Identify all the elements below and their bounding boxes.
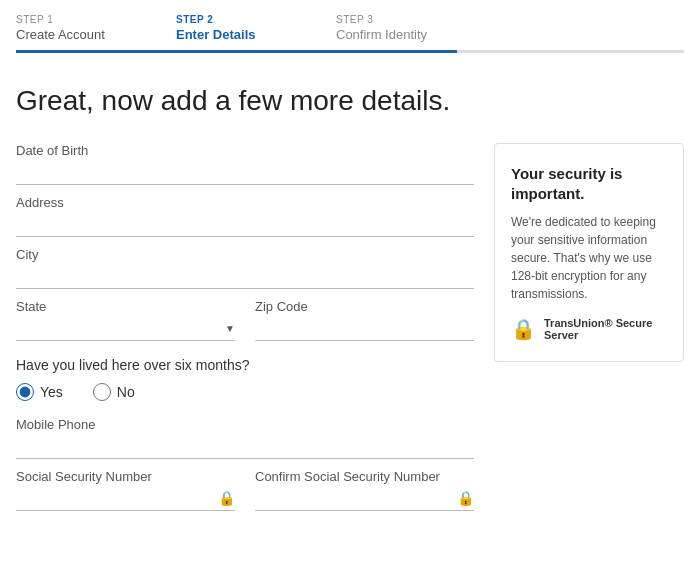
- mobile-label: Mobile Phone: [16, 417, 474, 432]
- security-lock-icon: 🔒: [511, 317, 536, 341]
- ssn-label: Social Security Number: [16, 469, 235, 484]
- radio-yes-input[interactable]: [16, 383, 34, 401]
- radio-no-input[interactable]: [93, 383, 111, 401]
- ssn-input[interactable]: [16, 490, 218, 506]
- radio-no-label: No: [117, 384, 135, 400]
- confirm-ssn-input[interactable]: [255, 490, 457, 506]
- radio-yes-label: Yes: [40, 384, 63, 400]
- security-description: We're dedicated to keeping your sensitiv…: [511, 213, 667, 303]
- progress-bar-fill: [16, 50, 457, 53]
- page-title: Great, now add a few more details.: [16, 83, 474, 119]
- security-brand: TransUnion® Secure Server: [544, 317, 667, 341]
- confirm-ssn-group: Confirm Social Security Number 🔒: [255, 469, 474, 511]
- step-2-title: Enter Details: [176, 27, 276, 42]
- mobile-group: Mobile Phone: [16, 417, 474, 459]
- step-3-title: Confirm Identity: [336, 27, 436, 42]
- zipcode-label: Zip Code: [255, 299, 474, 314]
- confirm-lock-icon: 🔒: [457, 490, 474, 506]
- zip-group: Zip Code: [255, 299, 474, 341]
- main-content: Great, now add a few more details. Date …: [0, 53, 700, 531]
- security-title: Your security is important.: [511, 164, 667, 203]
- city-input[interactable]: [16, 264, 474, 289]
- confirm-ssn-label: Confirm Social Security Number: [255, 469, 474, 484]
- city-group: City: [16, 247, 474, 289]
- stepper: STEP 1 Create Account STEP 2 Enter Detai…: [0, 0, 700, 42]
- security-box: Your security is important. We're dedica…: [494, 143, 684, 362]
- state-select[interactable]: Alabama Alaska Arizona California Florid…: [16, 320, 225, 336]
- residence-question: Have you lived here over six months?: [16, 357, 474, 373]
- radio-yes-option[interactable]: Yes: [16, 383, 63, 401]
- security-footer: 🔒 TransUnion® Secure Server: [511, 317, 667, 341]
- step-2-label: STEP 2: [176, 14, 276, 25]
- progress-bar: [16, 50, 684, 53]
- ssn-row: Social Security Number 🔒 Confirm Social …: [16, 469, 474, 511]
- radio-no-option[interactable]: No: [93, 383, 135, 401]
- dob-input[interactable]: [16, 160, 474, 185]
- step-2: STEP 2 Enter Details: [176, 14, 276, 42]
- step-1: STEP 1 Create Account: [16, 14, 116, 42]
- lock-icon: 🔒: [218, 490, 235, 506]
- state-label: State: [16, 299, 235, 314]
- chevron-down-icon: ▼: [225, 323, 235, 334]
- form-section: Great, now add a few more details. Date …: [16, 83, 474, 511]
- step-1-label: STEP 1: [16, 14, 116, 25]
- confirm-ssn-input-wrapper: 🔒: [255, 486, 474, 511]
- address-group: Address: [16, 195, 474, 237]
- step-3: STEP 3 Confirm Identity: [336, 14, 436, 42]
- address-input[interactable]: [16, 212, 474, 237]
- ssn-group: Social Security Number 🔒: [16, 469, 235, 511]
- address-label: Address: [16, 195, 474, 210]
- dob-label: Date of Birth: [16, 143, 474, 158]
- radio-options: Yes No: [16, 383, 474, 401]
- state-zip-row: State Alabama Alaska Arizona California …: [16, 299, 474, 341]
- dob-group: Date of Birth: [16, 143, 474, 185]
- step-1-title: Create Account: [16, 27, 116, 42]
- step-3-label: STEP 3: [336, 14, 436, 25]
- city-label: City: [16, 247, 474, 262]
- ssn-input-wrapper: 🔒: [16, 486, 235, 511]
- mobile-input[interactable]: [16, 434, 474, 459]
- zipcode-input[interactable]: [255, 316, 474, 341]
- state-select-wrapper: Alabama Alaska Arizona California Florid…: [16, 316, 235, 341]
- state-group: State Alabama Alaska Arizona California …: [16, 299, 235, 341]
